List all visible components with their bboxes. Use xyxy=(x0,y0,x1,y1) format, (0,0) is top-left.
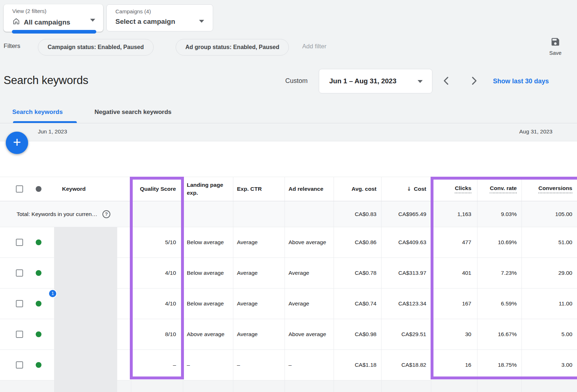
header-conversions[interactable]: Conversions xyxy=(522,177,577,201)
table-toolbar: 1 Keyword status: Enabled, Paused Add fi… xyxy=(0,141,577,177)
date-range-picker[interactable]: Jun 1 – Aug 31, 2023 xyxy=(319,69,432,93)
row-checkbox[interactable] xyxy=(16,361,23,369)
enabled-status-dot[interactable] xyxy=(36,270,41,276)
row-checkbox-cell[interactable] xyxy=(0,319,29,349)
campaign-selector-value: Select a campaign xyxy=(115,18,175,26)
add-keyword-button[interactable]: + xyxy=(6,132,28,154)
total-avg-cost: CA$0.83 xyxy=(334,201,382,227)
view-selector-value: All campaigns xyxy=(12,17,70,27)
chevron-down-icon xyxy=(418,80,423,83)
cell-ad-relevance: Above average xyxy=(285,227,334,257)
header-ad-relevance[interactable]: Ad relevance xyxy=(285,177,334,201)
view-selector[interactable]: View (2 filters) All campaigns xyxy=(4,4,103,32)
cell-clicks: 477 xyxy=(431,227,477,257)
sort-descending-icon: ↓ xyxy=(407,186,411,192)
enabled-status-dot[interactable] xyxy=(36,331,41,337)
chevron-down-icon xyxy=(90,19,95,22)
cell-conv-rate: 6.59% xyxy=(477,289,522,319)
header-avg-cost[interactable]: Avg. cost xyxy=(334,177,382,201)
row-checkbox-cell[interactable] xyxy=(0,350,29,380)
total-cost: CA$965.49 xyxy=(382,201,431,227)
row-checkbox[interactable] xyxy=(16,239,23,246)
cell-exp-ctr: Average xyxy=(233,258,285,288)
enabled-status-dot[interactable] xyxy=(36,301,41,307)
row-status-cell[interactable] xyxy=(29,350,54,380)
cell-conv-rate: 7.23% xyxy=(477,258,522,288)
save-button[interactable]: Save xyxy=(543,37,568,56)
cell-clicks: 16 xyxy=(431,350,477,380)
previous-period-button[interactable] xyxy=(441,76,452,86)
enabled-status-dot[interactable] xyxy=(36,239,41,245)
select-all-checkbox-cell[interactable] xyxy=(0,177,29,201)
cell-clicks: 401 xyxy=(431,258,477,288)
row-checkbox[interactable] xyxy=(16,269,23,277)
cell-quality-score: 5/10 xyxy=(131,227,183,257)
redacted-keywords-area xyxy=(54,227,117,392)
help-icon[interactable]: ? xyxy=(102,210,110,218)
status-header-cell[interactable] xyxy=(29,177,54,201)
header-clicks[interactable]: Clicks xyxy=(431,177,477,201)
cell-conversions: 5.00 xyxy=(522,319,577,349)
total-clicks: 1,163 xyxy=(431,201,477,227)
row-status-cell[interactable] xyxy=(29,227,54,257)
cell-ad-relevance: Average xyxy=(285,258,334,288)
cell-clicks: 30 xyxy=(431,319,477,349)
row-checkbox-cell[interactable] xyxy=(0,289,29,319)
cell-ad-relevance: – xyxy=(285,350,334,380)
cell-cost: CA$29.51 xyxy=(382,319,431,349)
enabled-status-dot[interactable] xyxy=(36,362,41,368)
cell-cost: CA$123.34 xyxy=(382,289,431,319)
timeline-start-date: Jun 1, 2023 xyxy=(38,128,67,135)
row-checkbox-cell[interactable] xyxy=(0,227,29,257)
cell-exp-ctr: – xyxy=(233,350,285,380)
view-selector-text: All campaigns xyxy=(24,18,70,26)
header-exp-ctr[interactable]: Exp. CTR xyxy=(233,177,285,201)
header-quality-score[interactable]: Quality Score xyxy=(131,177,183,201)
table-header-row: Keyword Quality Score Landing page exp. … xyxy=(0,177,577,201)
date-range-value: Jun 1 – Aug 31, 2023 xyxy=(329,77,396,85)
total-row: Total: Keywords in your curren… ? CA$0.8… xyxy=(0,201,577,227)
top-section: View (2 filters) All campaigns Campaigns… xyxy=(0,0,577,141)
cell-conversions: 29.00 xyxy=(522,258,577,288)
add-filter-link[interactable]: Add filter xyxy=(302,43,326,50)
row-checkbox[interactable] xyxy=(16,300,23,307)
total-quality-score xyxy=(131,201,183,227)
cell-quality-score: – xyxy=(131,350,183,380)
header-conv-rate[interactable]: Conv. rate xyxy=(477,177,522,201)
tab-negative-search-keywords[interactable]: Negative search keywords xyxy=(94,109,172,116)
select-all-checkbox[interactable] xyxy=(16,185,23,193)
cell-landing-page: Below average xyxy=(183,289,233,319)
filter-chip-ad-group-status[interactable]: Ad group status: Enabled, Paused xyxy=(176,39,289,56)
row-checkbox-cell[interactable] xyxy=(0,258,29,288)
chevron-down-icon xyxy=(199,20,204,23)
cell-avg-cost: CA$0.74 xyxy=(334,289,382,319)
cell-cost: CA$313.97 xyxy=(382,258,431,288)
total-exp-ctr xyxy=(233,201,285,227)
header-keyword[interactable]: Keyword xyxy=(54,177,131,201)
cell-avg-cost: CA$0.78 xyxy=(334,258,382,288)
show-last-30-days-link[interactable]: Show last 30 days xyxy=(493,78,549,85)
cell-conv-rate: 10.69% xyxy=(477,227,522,257)
cell-ad-relevance: Average xyxy=(285,289,334,319)
header-landing-page-exp[interactable]: Landing page exp. xyxy=(183,177,233,201)
total-landing-page xyxy=(183,201,233,227)
row-status-cell[interactable] xyxy=(29,258,54,288)
cell-quality-score: 8/10 xyxy=(131,319,183,349)
cell-cost: CA$409.63 xyxy=(382,227,431,257)
header-cost[interactable]: ↓ Cost xyxy=(382,177,431,201)
row-status-cell[interactable] xyxy=(29,319,54,349)
date-mode-label: Custom xyxy=(285,77,308,85)
filter-chip-campaign-status[interactable]: Campaign status: Enabled, Paused xyxy=(38,39,154,56)
status-filter-dot[interactable] xyxy=(36,186,41,192)
next-period-button[interactable] xyxy=(469,76,479,86)
campaign-selector[interactable]: Campaigns (4) Select a campaign xyxy=(106,4,213,31)
cell-conversions: 51.00 xyxy=(522,227,577,257)
row-checkbox[interactable] xyxy=(16,331,23,338)
cell-landing-page: Below average xyxy=(183,258,233,288)
google-ads-search-keywords-page: { "view_selector": { "label": "View (2 f… xyxy=(0,0,577,392)
tab-search-keywords[interactable]: Search keywords xyxy=(12,109,63,116)
cell-exp-ctr: Average xyxy=(233,319,285,349)
filter-count-badge: 1 xyxy=(48,289,57,298)
cell-quality-score: 4/10 xyxy=(131,258,183,288)
cell-landing-page: – xyxy=(183,350,233,380)
